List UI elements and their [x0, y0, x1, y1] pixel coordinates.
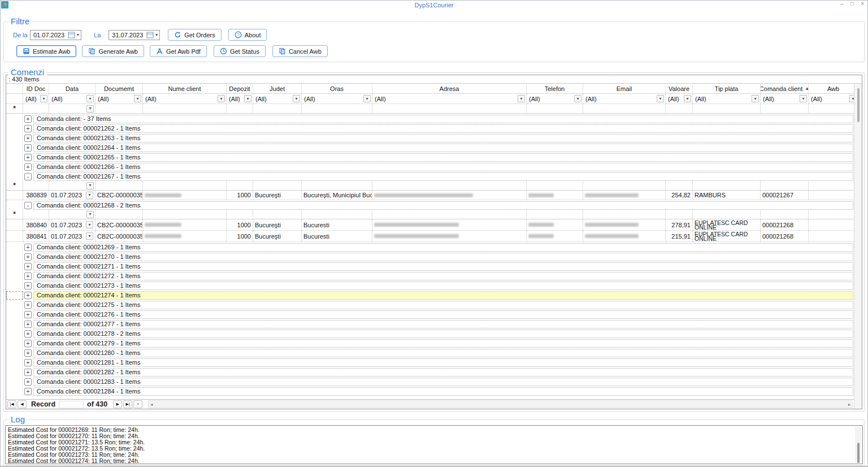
- column-header[interactable]: ID Doc: [23, 84, 49, 94]
- filter-cell[interactable]: (All) ▾: [23, 94, 49, 104]
- scrollbar-thumb[interactable]: [857, 443, 860, 463]
- group-row[interactable]: - Comanda client: 000021268 - 2 Items: [6, 201, 854, 210]
- collapse-button[interactable]: -: [24, 202, 32, 209]
- date-dropdown-button[interactable]: ▾: [86, 211, 94, 218]
- horizontal-scrollbar[interactable]: ◂ ▸: [148, 400, 853, 408]
- expand-button[interactable]: +: [24, 154, 32, 161]
- cell-awb[interactable]: [809, 191, 854, 200]
- filter-dropdown-button[interactable]: ▾: [518, 95, 525, 102]
- cell-email[interactable]: [583, 191, 666, 200]
- scroll-left-icon[interactable]: ◂: [150, 402, 153, 407]
- cell-tip-plata[interactable]: EUPLATESC CARD ONLINE: [693, 219, 761, 231]
- expand-button[interactable]: +: [24, 388, 32, 395]
- filter-cell[interactable]: (All) ▾: [761, 94, 809, 104]
- cell-awb[interactable]: [809, 219, 854, 231]
- expand-button[interactable]: +: [24, 282, 32, 289]
- group-row[interactable]: + Comanda client: 000021279 - 1 Items: [6, 339, 854, 348]
- filter-dropdown-button[interactable]: ▾: [752, 95, 759, 102]
- expand-button[interactable]: +: [24, 330, 32, 338]
- group-row[interactable]: - Comanda client: 000021267 - 1 Items: [6, 172, 854, 181]
- data-row[interactable]: 380839 01.07.2023▾ CB2C-0000003524 1000 …: [6, 191, 854, 200]
- group-row[interactable]: + Comanda client: 000021265 - 1 Items: [6, 153, 854, 162]
- group-row[interactable]: + Comanda client: 000021262 - 1 Items: [6, 124, 854, 133]
- column-header[interactable]: Documemt: [96, 84, 143, 94]
- group-row[interactable]: + Comanda client: - 37 Items: [6, 115, 854, 123]
- next-record-button[interactable]: ▶: [113, 400, 122, 408]
- filter-cell[interactable]: (All) ▾: [666, 94, 693, 104]
- group-row[interactable]: + Comanda client: 000021264 - 1 Items: [6, 144, 854, 152]
- filter-dropdown-button[interactable]: ▾: [244, 95, 251, 102]
- cell-documemt[interactable]: CB2C-0000003526: [96, 231, 143, 242]
- group-row[interactable]: + Comanda client: 000021282 - 1 Items: [6, 368, 854, 377]
- cell-id-doc[interactable]: 380841: [23, 231, 49, 242]
- group-row[interactable]: + Comanda client: 000021275 - 1 Items: [6, 301, 854, 309]
- expand-button[interactable]: +: [24, 125, 32, 132]
- filter-cell[interactable]: (All) ▾: [527, 94, 583, 104]
- filter-dropdown-button[interactable]: ▾: [800, 95, 807, 102]
- filter-cell[interactable]: (All) ▾: [809, 94, 854, 104]
- cell-nume-client[interactable]: [143, 219, 227, 231]
- cell-telefon[interactable]: [527, 219, 583, 231]
- expand-button[interactable]: +: [24, 321, 32, 328]
- expand-button[interactable]: +: [24, 340, 32, 347]
- log-textbox[interactable]: Estimated Cost for 000021269: 11 Ron; ti…: [5, 425, 863, 464]
- group-row[interactable]: + Comanda client: 000021272 - 1 Items: [6, 272, 854, 280]
- cell-awb[interactable]: [809, 231, 854, 242]
- cell-telefon[interactable]: [527, 231, 583, 242]
- filter-cell[interactable]: (All) ▾: [96, 94, 143, 104]
- expand-button[interactable]: +: [24, 253, 32, 261]
- expand-button[interactable]: +: [24, 369, 32, 376]
- date-dropdown-button[interactable]: ▾: [86, 182, 94, 189]
- group-row[interactable]: + Comanda client: 000021271 - 1 Items: [6, 262, 854, 271]
- group-row[interactable]: + Comanda client: 000021263 - 1 Items: [6, 134, 854, 142]
- cell-documemt[interactable]: CB2C-0000003524: [96, 191, 143, 200]
- cell-depozit[interactable]: 1000: [227, 231, 253, 242]
- column-header[interactable]: Valoare: [666, 84, 693, 94]
- cell-nume-client[interactable]: [143, 191, 227, 200]
- filter-cell[interactable]: (All) ▾: [693, 94, 761, 104]
- get-awb-pdf-button[interactable]: Get Awb Pdf: [150, 45, 207, 57]
- expand-button[interactable]: +: [24, 244, 32, 251]
- date-dropdown-button[interactable]: ▾: [86, 221, 93, 228]
- cell-adresa[interactable]: [372, 231, 527, 242]
- first-record-button[interactable]: |◀: [7, 400, 16, 408]
- column-header[interactable]: Judet: [253, 84, 302, 94]
- expand-button[interactable]: +: [24, 135, 32, 142]
- column-header[interactable]: Nume client: [143, 84, 227, 94]
- group-row[interactable]: + Comanda client: 000021266 - 1 Items: [6, 163, 854, 171]
- column-header[interactable]: Awb: [809, 84, 854, 94]
- group-row[interactable]: + Comanda client: 000021270 - 1 Items: [6, 253, 854, 261]
- column-header[interactable]: Adresa: [372, 84, 527, 94]
- restore-button[interactable]: □: [850, 1, 854, 7]
- expand-button[interactable]: +: [24, 301, 32, 309]
- grid-new-row[interactable]: * ▾: [6, 181, 854, 191]
- cell-judet[interactable]: Bucureşti: [253, 231, 302, 242]
- filter-cell[interactable]: (All) ▾: [143, 94, 227, 104]
- group-row[interactable]: + Comanda client: 000021280 - 1 Items: [6, 349, 854, 357]
- cell-email[interactable]: [583, 231, 666, 242]
- cell-comanda-client[interactable]: 000021268: [761, 219, 809, 231]
- cell-data[interactable]: 01.07.2023▾: [49, 231, 96, 242]
- minimize-button[interactable]: –: [841, 1, 844, 7]
- expand-button[interactable]: +: [24, 263, 32, 270]
- last-record-button[interactable]: ▶|: [123, 400, 132, 408]
- data-row[interactable]: 380840 01.07.2023▾ CB2C-0000003525 1000 …: [6, 219, 854, 231]
- cancel-awb-button[interactable]: Cancel Awb: [272, 45, 328, 57]
- group-row[interactable]: + Comanda client: 000021278 - 2 Items: [6, 330, 854, 338]
- group-row[interactable]: + Comanda client: 000021273 - 1 Items: [6, 282, 854, 290]
- column-header[interactable]: Data: [49, 84, 96, 94]
- expand-button[interactable]: +: [24, 163, 32, 171]
- cell-id-doc[interactable]: 380839: [23, 191, 49, 200]
- get-orders-button[interactable]: Get Orders: [168, 29, 221, 41]
- filter-dropdown-button[interactable]: ▾: [293, 95, 300, 102]
- filter-cell[interactable]: (All) ▾: [49, 94, 96, 104]
- filter-cell[interactable]: (All) ▾: [253, 94, 302, 104]
- cell-judet[interactable]: Bucureşti: [253, 191, 302, 200]
- cell-adresa[interactable]: [372, 191, 527, 200]
- column-header[interactable]: Comanda client ▲: [761, 84, 809, 94]
- cell-oras[interactable]: Bucureşti, Municipiul Bucureşti: [302, 191, 372, 200]
- column-header[interactable]: Email: [583, 84, 666, 94]
- expand-button[interactable]: +: [24, 311, 32, 318]
- cell-valoare[interactable]: 215,91: [666, 231, 693, 242]
- date-dropdown-button[interactable]: ▾: [86, 232, 93, 240]
